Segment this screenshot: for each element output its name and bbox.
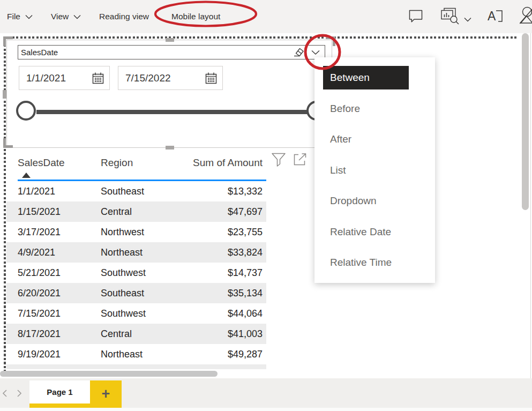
table-row[interactable]: 1/15/2021 Central $47,697 [6, 201, 266, 222]
next-page-button[interactable] [16, 389, 23, 400]
chevron-down-icon [25, 12, 33, 21]
menu-file[interactable]: File [7, 0, 33, 33]
plus-icon: + [102, 386, 110, 402]
resize-handle-left[interactable] [3, 90, 6, 99]
page-tab-label: Page 1 [47, 387, 72, 397]
top-menu-bar: File View Reading view Mobile layout [0, 0, 532, 33]
column-header-salesdate[interactable]: SalesDate [18, 157, 65, 169]
cell-region: Southeast [101, 181, 144, 201]
chevron-down-icon [311, 48, 320, 57]
svg-text:A: A [488, 9, 496, 23]
filter-button[interactable] [271, 152, 286, 169]
table-row[interactable]: 6/20/2021 Southeast $35,134 [6, 283, 266, 303]
cell-date: 9/19/2021 [18, 344, 61, 364]
menu-reading-view-label: Reading view [99, 12, 149, 21]
table-row[interactable]: 3/17/2021 Northwest $23,755 [6, 222, 266, 242]
cell-amount: $35,134 [228, 283, 263, 303]
cell-date: 1/1/2021 [18, 181, 55, 201]
cell-amount: $14,737 [228, 263, 263, 283]
cell-amount: $44,064 [228, 303, 263, 324]
menu-mobile-layout-label: Mobile layout [171, 12, 220, 21]
slicer-title: SalesDate [18, 48, 289, 57]
focus-mode-button[interactable] [293, 153, 307, 168]
cell-amount: $47,697 [228, 201, 263, 222]
add-page-button[interactable]: + [90, 380, 122, 408]
cell-region: Central [101, 201, 132, 222]
text-box-icon: A [488, 16, 504, 25]
resize-corner-bottom-left[interactable] [3, 138, 13, 148]
cell-region: Northeast [101, 242, 143, 263]
chevron-right-icon [16, 389, 23, 400]
comment-button[interactable] [408, 9, 423, 25]
table-row-clipped [6, 364, 266, 369]
tab-page-1[interactable]: Page 1 [29, 380, 90, 408]
view-visuals-icon [439, 18, 461, 27]
menu-item-relative-date[interactable]: Relative Date [314, 216, 435, 248]
column-header-sum-of-amount[interactable]: Sum of Amount [161, 157, 263, 169]
view-visuals-button[interactable] [439, 8, 461, 28]
shapes-icon [520, 17, 532, 26]
table-body: 1/1/2021 Southeast $13,332 1/15/2021 Cen… [6, 181, 266, 364]
menu-item-before[interactable]: Before [314, 93, 435, 124]
menu-mobile-layout[interactable]: Mobile layout [171, 0, 220, 33]
shapes-button[interactable] [520, 6, 532, 26]
view-visuals-dropdown[interactable] [464, 14, 471, 24]
menu-item-relative-time[interactable]: Relative Time [314, 248, 435, 279]
chevron-left-icon [2, 389, 9, 400]
slicer-mode-dropdown-button[interactable] [308, 48, 325, 57]
table-row[interactable]: 5/21/2021 Southwest $14,737 [6, 263, 266, 283]
menu-file-label: File [7, 12, 20, 21]
cell-region: Southwest [101, 303, 146, 324]
cell-region: Northwest [101, 222, 144, 242]
funnel-icon [271, 152, 286, 169]
cell-amount: $49,287 [228, 344, 263, 364]
table-row[interactable]: 4/9/2021 Northeast $33,824 [6, 242, 266, 263]
sort-ascending-icon [22, 173, 31, 178]
cell-region: Central [101, 324, 132, 344]
cell-date: 8/17/2021 [18, 324, 61, 344]
canvas-selection-border-top [4, 36, 518, 39]
table-row[interactable]: 7/15/2021 Southwest $44,064 [6, 303, 266, 324]
previous-page-button[interactable] [2, 389, 9, 400]
clear-selections-button[interactable] [289, 46, 308, 59]
slicer-type-menu: Between Before After List Dropdown Relat… [314, 57, 435, 283]
resize-handle-top[interactable] [166, 38, 174, 42]
menu-item-between[interactable]: Between [323, 66, 409, 89]
page-tab-bar: Page 1 + [0, 378, 532, 411]
chevron-down-icon [73, 12, 81, 21]
eraser-icon [292, 46, 305, 59]
menu-item-dropdown[interactable]: Dropdown [314, 186, 435, 217]
cell-date: 5/21/2021 [18, 263, 61, 283]
resize-handle-bottom[interactable] [166, 146, 174, 150]
cell-date: 7/15/2021 [18, 303, 61, 324]
cell-region: Southeast [101, 283, 144, 303]
menu-reading-view[interactable]: Reading view [99, 0, 149, 33]
slicer-header: SalesDate [18, 45, 325, 59]
cell-date: 3/17/2021 [18, 222, 61, 242]
resize-corner-top-left[interactable] [3, 36, 13, 46]
horizontal-scrollbar[interactable] [0, 371, 218, 377]
text-box-button[interactable]: A [488, 9, 504, 26]
table-row[interactable]: 9/19/2021 Northeast $49,287 [6, 344, 266, 364]
table-row[interactable]: 1/1/2021 Southeast $13,332 [6, 181, 266, 201]
pagebar-footer [0, 408, 532, 411]
chevron-down-icon [464, 14, 471, 24]
cell-amount: $41,003 [228, 324, 263, 344]
cell-amount: $13,332 [228, 181, 263, 201]
expand-icon [293, 153, 307, 168]
menu-view-label: View [51, 12, 69, 21]
cell-amount: $33,824 [228, 242, 263, 263]
menu-item-after[interactable]: After [314, 124, 435, 155]
table-row[interactable]: 8/17/2021 Central $41,003 [6, 324, 266, 344]
resize-corner-top-right[interactable] [326, 36, 335, 46]
column-header-region[interactable]: Region [101, 157, 133, 169]
menu-view[interactable]: View [51, 0, 81, 33]
cell-date: 4/9/2021 [18, 242, 55, 263]
cell-amount: $23,755 [228, 222, 263, 242]
canvas-right-edge [530, 33, 531, 411]
cell-date: 6/20/2021 [18, 283, 61, 303]
canvas-selection-border-left [4, 36, 6, 371]
cell-date: 1/15/2021 [18, 201, 61, 222]
menu-item-list[interactable]: List [314, 155, 435, 186]
vertical-scrollbar[interactable] [522, 33, 529, 210]
